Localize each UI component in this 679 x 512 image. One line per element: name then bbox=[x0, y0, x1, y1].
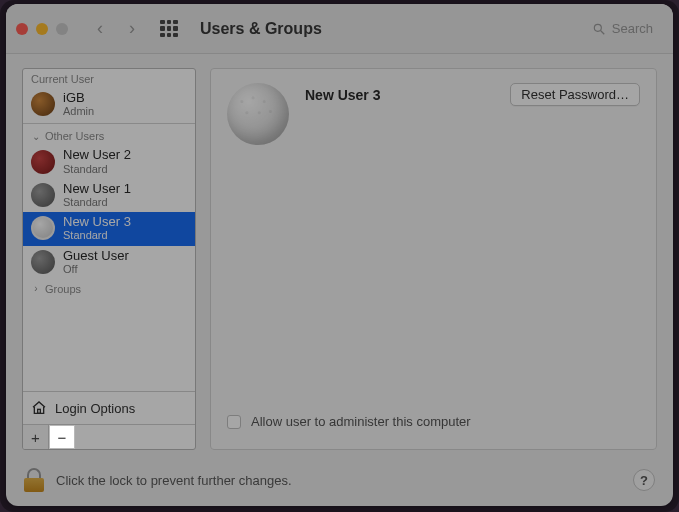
other-users-section-header[interactable]: ⌄ Other Users bbox=[23, 126, 195, 145]
user-name: iGB bbox=[63, 91, 94, 105]
zoom-window-button[interactable] bbox=[56, 23, 68, 35]
lock-hint-text: Click the lock to prevent further change… bbox=[56, 473, 292, 488]
user-detail-panel: New User 3 Reset Password… Allow user to… bbox=[210, 68, 657, 450]
svg-point-0 bbox=[594, 24, 601, 31]
current-user-section-header: Current User bbox=[23, 69, 195, 88]
nav-buttons: ‹ › bbox=[90, 18, 142, 39]
reset-password-button[interactable]: Reset Password… bbox=[510, 83, 640, 106]
user-row[interactable]: New User 2 Standard bbox=[23, 145, 195, 178]
search-field[interactable]: Search bbox=[592, 21, 653, 36]
chevron-down-icon: ⌄ bbox=[31, 131, 41, 142]
user-name: New User 3 bbox=[63, 215, 131, 229]
content: Current User iGB Admin ⌄ Other Users New… bbox=[6, 54, 673, 458]
avatar bbox=[31, 92, 55, 116]
minimize-window-button[interactable] bbox=[36, 23, 48, 35]
user-role: Standard bbox=[63, 229, 131, 241]
lock-body-icon bbox=[24, 478, 44, 492]
divider bbox=[23, 123, 195, 124]
login-options-row[interactable]: Login Options bbox=[23, 391, 195, 424]
user-name: New User 2 bbox=[63, 148, 131, 162]
user-name: New User 1 bbox=[63, 182, 131, 196]
current-user-row[interactable]: iGB Admin bbox=[23, 88, 195, 121]
admin-checkbox[interactable] bbox=[227, 415, 241, 429]
admin-checkbox-row[interactable]: Allow user to administer this computer bbox=[227, 414, 640, 435]
forward-button[interactable]: › bbox=[122, 18, 142, 39]
close-window-button[interactable] bbox=[16, 23, 28, 35]
detail-user-name: New User 3 bbox=[305, 87, 494, 103]
user-row[interactable]: New User 1 Standard bbox=[23, 179, 195, 212]
search-icon bbox=[592, 22, 606, 36]
user-avatar-large[interactable] bbox=[227, 83, 289, 145]
search-placeholder: Search bbox=[612, 21, 653, 36]
svg-rect-2 bbox=[38, 409, 41, 413]
remove-user-button[interactable]: − bbox=[49, 425, 75, 449]
avatar bbox=[31, 183, 55, 207]
home-icon bbox=[31, 400, 47, 416]
login-options-label: Login Options bbox=[55, 401, 135, 416]
avatar bbox=[31, 150, 55, 174]
avatar bbox=[31, 216, 55, 240]
prefs-window: ‹ › Users & Groups Search Current User i… bbox=[6, 4, 673, 506]
svg-line-1 bbox=[601, 30, 605, 34]
add-user-button[interactable]: + bbox=[23, 425, 49, 449]
avatar bbox=[31, 250, 55, 274]
titlebar: ‹ › Users & Groups Search bbox=[6, 4, 673, 54]
user-role: Standard bbox=[63, 196, 131, 208]
user-role: Admin bbox=[63, 105, 94, 117]
user-sidebar: Current User iGB Admin ⌄ Other Users New… bbox=[22, 68, 196, 450]
add-remove-bar: + − bbox=[23, 424, 195, 449]
user-row-selected[interactable]: New User 3 Standard bbox=[23, 212, 195, 245]
user-role: Off bbox=[63, 263, 129, 275]
user-role: Standard bbox=[63, 163, 131, 175]
user-name: Guest User bbox=[63, 249, 129, 263]
footer: Click the lock to prevent further change… bbox=[6, 458, 673, 506]
user-row[interactable]: Guest User Off bbox=[23, 246, 195, 279]
window-title: Users & Groups bbox=[200, 20, 322, 38]
window-controls bbox=[16, 23, 68, 35]
admin-checkbox-label: Allow user to administer this computer bbox=[251, 414, 471, 429]
groups-section-header[interactable]: › Groups bbox=[23, 279, 195, 298]
show-all-prefs-button[interactable] bbox=[160, 20, 178, 38]
back-button[interactable]: ‹ bbox=[90, 18, 110, 39]
chevron-right-icon: › bbox=[31, 283, 41, 294]
lock-button[interactable] bbox=[24, 468, 44, 492]
help-button[interactable]: ? bbox=[633, 469, 655, 491]
